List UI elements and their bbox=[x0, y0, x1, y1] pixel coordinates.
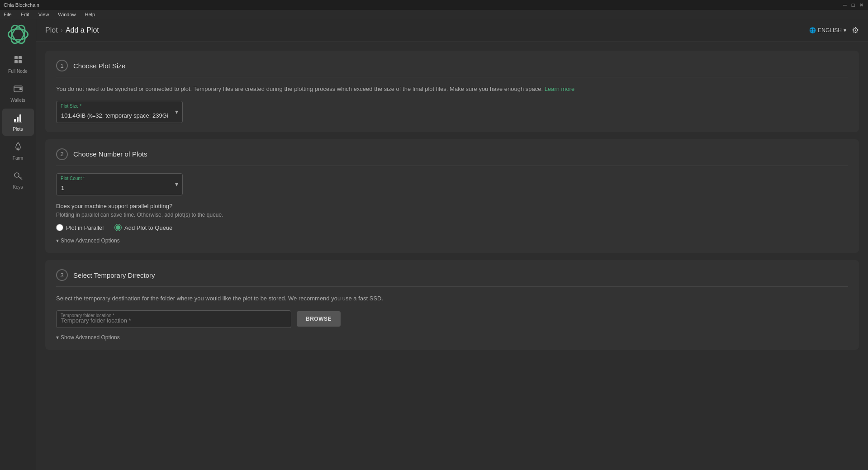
parallel-question: Does your machine support parallel plott… bbox=[56, 203, 848, 209]
browse-button[interactable]: BROWSE bbox=[297, 311, 341, 327]
sidebar-label-keys: Keys bbox=[13, 185, 23, 190]
sidebar-label-full-node: Full Node bbox=[8, 69, 28, 74]
section-1-info: You do not need to be synched or connect… bbox=[56, 85, 848, 94]
section-2-header: 2 Choose Number of Plots bbox=[56, 148, 848, 166]
sidebar-item-full-node[interactable]: Full Node bbox=[2, 51, 34, 78]
section-1-header: 1 Choose Plot Size bbox=[56, 60, 848, 77]
plot-in-parallel-label: Plot in Parallel bbox=[66, 224, 104, 231]
chia-logo bbox=[7, 24, 29, 45]
section-choose-number-plots: 2 Choose Number of Plots Plot Count * 1 … bbox=[45, 139, 859, 253]
app-container: Full Node Wallets bbox=[0, 19, 868, 470]
section-temp-directory: 3 Select Temporary Directory Select the … bbox=[45, 260, 859, 350]
globe-icon: 🌐 bbox=[809, 27, 816, 33]
menu-file[interactable]: File bbox=[2, 11, 14, 18]
section-3-header: 3 Select Temporary Directory bbox=[56, 269, 848, 287]
section-3-number: 3 bbox=[56, 269, 68, 281]
svg-rect-3 bbox=[14, 56, 18, 59]
advanced-chevron-icon-2: ▾ bbox=[56, 237, 59, 244]
temp-folder-label: Temporary folder location * bbox=[61, 313, 114, 318]
gear-icon: ⚙ bbox=[852, 26, 859, 35]
sidebar-item-plots[interactable]: Plots bbox=[2, 109, 34, 136]
settings-button[interactable]: ⚙ bbox=[852, 25, 859, 35]
plot-count-label: Plot Count * bbox=[61, 176, 85, 181]
title-bar: Chia Blockchain ─ □ ✕ bbox=[0, 0, 868, 10]
page-header: Plot › Add a Plot 🌐 ENGLISH ▾ ⚙ bbox=[36, 19, 868, 42]
svg-rect-11 bbox=[17, 117, 19, 122]
plot-size-field-group: Plot Size * 101.4GiB (k=32, temporary sp… bbox=[56, 101, 183, 123]
temp-dir-description: Select the temporary destination for the… bbox=[56, 294, 848, 303]
sidebar: Full Node Wallets bbox=[0, 19, 36, 470]
sidebar-label-farm: Farm bbox=[13, 156, 23, 161]
parallel-section: Does your machine support parallel plott… bbox=[56, 203, 848, 232]
menu-view[interactable]: View bbox=[37, 11, 51, 18]
radio-group: Plot in Parallel Add Plot to Queue bbox=[56, 224, 848, 231]
section-choose-plot-size: 1 Choose Plot Size You do not need to be… bbox=[45, 51, 859, 132]
section-2-title: Choose Number of Plots bbox=[73, 150, 147, 158]
svg-line-18 bbox=[20, 177, 21, 178]
maximize-button[interactable]: □ bbox=[850, 2, 856, 8]
breadcrumb: Plot › Add a Plot bbox=[45, 26, 99, 34]
advanced-options-label-2: Show Advanced Options bbox=[61, 237, 120, 244]
menu-help[interactable]: Help bbox=[83, 11, 97, 18]
plots-icon bbox=[13, 113, 23, 125]
sidebar-item-keys[interactable]: Keys bbox=[2, 166, 34, 194]
radio-add-to-queue[interactable]: Add Plot to Queue bbox=[114, 224, 172, 231]
radio-plot-in-parallel[interactable]: Plot in Parallel bbox=[56, 224, 104, 231]
window-controls: ─ □ ✕ bbox=[842, 2, 864, 8]
advanced-options-toggle-2[interactable]: ▾ Show Advanced Options bbox=[56, 237, 120, 244]
sidebar-label-wallets: Wallets bbox=[10, 98, 25, 103]
app-title: Chia Blockchain bbox=[4, 2, 39, 8]
sidebar-label-plots: Plots bbox=[13, 127, 23, 132]
close-button[interactable]: ✕ bbox=[858, 2, 864, 8]
wallets-icon bbox=[13, 84, 23, 96]
plot-size-label: Plot Size * bbox=[61, 104, 81, 109]
add-to-queue-label: Add Plot to Queue bbox=[124, 224, 172, 231]
svg-rect-12 bbox=[19, 114, 21, 122]
language-chevron-icon: ▾ bbox=[844, 27, 846, 33]
advanced-chevron-icon-3: ▾ bbox=[56, 334, 59, 341]
sidebar-item-farm[interactable]: Farm bbox=[2, 138, 34, 165]
svg-rect-4 bbox=[19, 56, 22, 59]
keys-icon bbox=[13, 171, 23, 183]
parallel-hint: Plotting in parallel can save time. Othe… bbox=[56, 211, 848, 219]
queue-radio-input[interactable] bbox=[114, 224, 122, 231]
menu-window[interactable]: Window bbox=[56, 11, 77, 18]
advanced-options-label-3: Show Advanced Options bbox=[61, 334, 120, 341]
temp-folder-input-wrapper: Temporary folder location * bbox=[56, 310, 291, 328]
section-2-number: 2 bbox=[56, 148, 68, 160]
language-selector[interactable]: 🌐 ENGLISH ▾ bbox=[809, 27, 846, 33]
menu-edit[interactable]: Edit bbox=[19, 11, 31, 18]
full-node-icon bbox=[13, 55, 23, 67]
sidebar-item-wallets[interactable]: Wallets bbox=[2, 80, 34, 107]
main-content: 1 Choose Plot Size You do not need to be… bbox=[36, 42, 868, 470]
temp-dir-input-row: Temporary folder location * BROWSE bbox=[56, 310, 848, 328]
section-1-number: 1 bbox=[56, 60, 68, 71]
section-3-title: Select Temporary Directory bbox=[73, 271, 155, 279]
svg-rect-8 bbox=[19, 88, 22, 90]
advanced-options-toggle-3[interactable]: ▾ Show Advanced Options bbox=[56, 334, 120, 341]
plot-count-field-group: Plot Count * 1 2 3 4 5 10 20 50 ▾ bbox=[56, 173, 183, 195]
menu-bar: File Edit View Window Help bbox=[0, 10, 868, 19]
breadcrumb-separator: › bbox=[61, 26, 63, 34]
breadcrumb-current: Add a Plot bbox=[66, 26, 99, 34]
svg-rect-5 bbox=[14, 60, 18, 63]
parallel-radio-input[interactable] bbox=[56, 224, 63, 231]
minimize-button[interactable]: ─ bbox=[842, 2, 848, 8]
learn-more-link[interactable]: Learn more bbox=[545, 85, 574, 92]
section-1-title: Choose Plot Size bbox=[73, 62, 125, 70]
breadcrumb-parent[interactable]: Plot bbox=[45, 26, 58, 34]
svg-rect-6 bbox=[19, 60, 22, 63]
svg-rect-10 bbox=[14, 119, 16, 122]
header-right: 🌐 ENGLISH ▾ ⚙ bbox=[809, 25, 859, 35]
language-label: ENGLISH bbox=[818, 27, 842, 33]
svg-point-2 bbox=[8, 24, 27, 45]
svg-point-16 bbox=[14, 173, 19, 177]
farm-icon bbox=[13, 142, 23, 154]
